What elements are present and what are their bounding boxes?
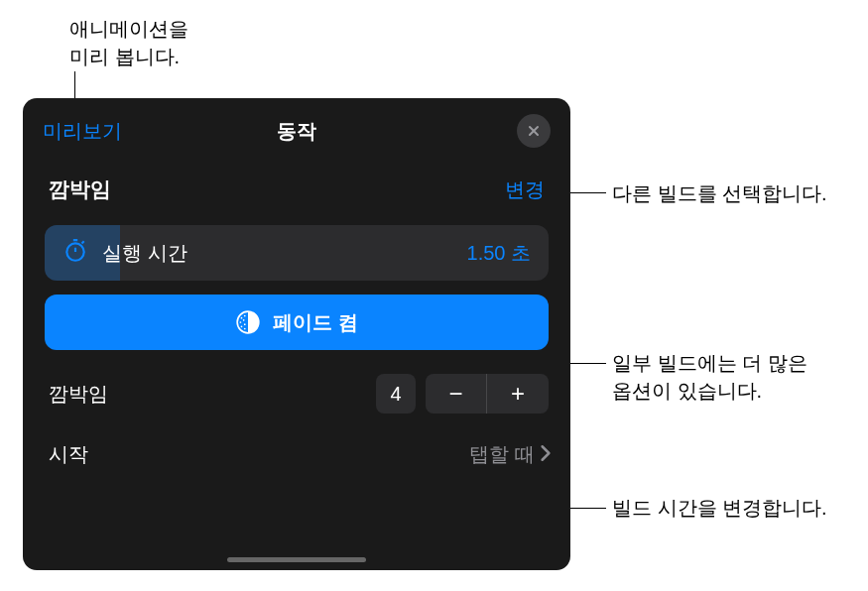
home-indicator xyxy=(227,557,366,562)
blink-label: 깜박임 xyxy=(49,381,108,408)
fade-icon xyxy=(235,309,261,335)
callout-timing: 빌드 시간을 변경합니다. xyxy=(612,494,827,522)
callout-preview: 애니메이션을 미리 봅니다. xyxy=(69,15,188,70)
callout-options: 일부 빌드에는 더 많은 옵션이 있습니다. xyxy=(612,349,807,405)
stepper-minus-button[interactable]: − xyxy=(426,374,487,414)
stepper-controls: 4 − + xyxy=(376,374,549,414)
duration-value: 1.50 초 xyxy=(467,240,531,267)
start-label: 시작 xyxy=(49,441,88,468)
duration-label: 실행 시간 xyxy=(102,240,187,267)
blink-stepper-row: 깜박임 4 − + xyxy=(23,350,570,423)
svg-point-2 xyxy=(66,243,83,260)
fade-label: 페이드 켬 xyxy=(273,309,358,336)
duration-slider[interactable]: 실행 시간 1.50 초 xyxy=(45,225,549,281)
action-panel: 미리보기 동작 깜박임 변경 실행 시간 1.50 초 xyxy=(23,98,570,570)
stopwatch-icon xyxy=(62,238,88,268)
preview-button[interactable]: 미리보기 xyxy=(43,118,122,145)
svg-point-9 xyxy=(241,317,243,319)
svg-line-5 xyxy=(82,241,84,243)
section-header: 깜박임 변경 xyxy=(23,158,570,217)
start-row[interactable]: 시작 탭할 때 xyxy=(23,423,570,478)
close-icon xyxy=(526,123,542,139)
stepper-buttons: − + xyxy=(426,374,549,414)
panel-title: 동작 xyxy=(277,118,316,145)
svg-point-10 xyxy=(244,315,246,317)
svg-point-12 xyxy=(243,319,245,321)
chevron-right-icon xyxy=(539,444,553,466)
svg-point-13 xyxy=(241,325,243,327)
panel-header: 미리보기 동작 xyxy=(23,98,570,158)
change-button[interactable]: 변경 xyxy=(505,177,545,203)
start-value-wrap: 탭할 때 xyxy=(469,441,553,468)
start-value: 탭할 때 xyxy=(469,441,535,468)
svg-point-15 xyxy=(244,328,246,330)
svg-point-11 xyxy=(240,321,242,323)
close-button[interactable] xyxy=(517,114,551,148)
blink-count-value: 4 xyxy=(376,374,416,414)
callout-change: 다른 빌드를 선택합니다. xyxy=(612,179,827,207)
effect-name: 깜박임 xyxy=(49,176,111,203)
stepper-plus-button[interactable]: + xyxy=(487,374,549,414)
svg-point-14 xyxy=(244,323,246,325)
fade-toggle-button[interactable]: 페이드 켬 xyxy=(45,295,549,350)
